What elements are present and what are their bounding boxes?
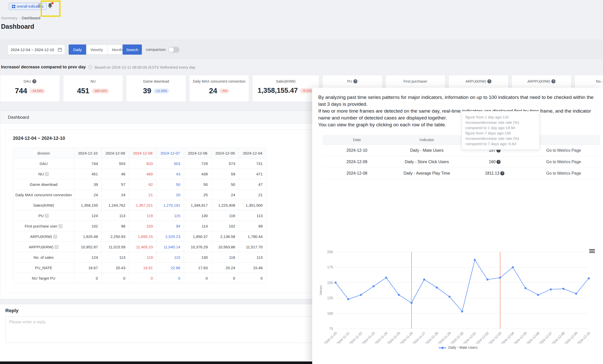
go-to-metrics-link[interactable]: Go to Metrics Page	[546, 171, 581, 175]
table-cell: 1,780.44	[239, 231, 266, 242]
calendar-icon	[58, 48, 62, 52]
table-cell: 43	[157, 169, 184, 179]
table-row: NU Target PU0000000	[13, 273, 266, 283]
topbar: overall indicators ⚙	[0, 0, 603, 13]
legend-label: Daily - Mate Users	[448, 345, 477, 350]
column-header: 2024-12-10	[74, 148, 102, 158]
table-cell: 15.46	[239, 263, 266, 273]
table-cell: 22.86	[157, 263, 184, 273]
chart-menu-icon[interactable]	[589, 248, 595, 254]
description-paragraph: By analyzing past time series patterns f…	[318, 94, 596, 108]
delta-badge: ↑9.11%	[300, 88, 314, 93]
anomaly-row[interactable]: 2024-12-10Daily - Mate Users157?Go to Me…	[322, 145, 600, 156]
search-button[interactable]: Search	[123, 44, 142, 55]
anomaly-row[interactable]: 2024-12-08Daily - Average Play Time1811.…	[322, 168, 600, 179]
help-icon[interactable]: ?	[353, 79, 357, 83]
table-cell: 2,525.23	[157, 231, 184, 242]
period-button-weekly[interactable]: Weekly	[86, 44, 108, 55]
kpi-title-text: PU	[347, 79, 352, 83]
help-icon[interactable]: ?	[500, 171, 504, 175]
help-icon[interactable]: ?	[53, 235, 57, 239]
table-cell: 2,138.58	[212, 231, 239, 242]
table-cell: 0	[102, 273, 129, 283]
kpi-title: ARPU(KRW)?	[465, 79, 491, 83]
help-icon[interactable]: ?	[45, 172, 49, 176]
kpi-title: PU?	[347, 79, 357, 83]
anomaly-row[interactable]: 2024-12-09Daily - Store Click Users160?G…	[322, 156, 600, 168]
go-to-metrics-link[interactable]: Go to Metrics Page	[546, 160, 581, 164]
help-icon[interactable]: ?	[54, 245, 58, 249]
table-cell: 116	[212, 252, 239, 263]
svg-text:2024-11-28: 2024-11-28	[425, 331, 439, 343]
chart-area: 75100125150175200Values2024-11-202024-11…	[318, 247, 598, 359]
table-cell: 10,952.87	[74, 242, 102, 252]
period-button-daily[interactable]: Daily	[69, 44, 86, 55]
toggle-knob	[169, 47, 174, 52]
kpi-card: NU451↑880.43%	[63, 75, 123, 102]
row-label-text: ARPPU(KRW)	[29, 245, 53, 249]
breadcrumb-item[interactable]: Summary	[1, 16, 17, 20]
table-cell: 573	[212, 158, 239, 169]
table-cell: 1,244,762	[102, 200, 129, 210]
tooltip-line: figure from 1 day ago:132	[465, 114, 536, 120]
filter-bar: 2024-12-04 ~ 2024-12-10 DailyWeeklyMonth…	[0, 40, 603, 59]
kpi-title: First purchaser	[403, 79, 427, 83]
grid-icon	[12, 5, 15, 8]
kpi-title-text: Daily MAX concurrent connection	[193, 79, 246, 83]
info-icon[interactable]: i	[88, 65, 93, 69]
table-cell: 1,270,191	[157, 200, 184, 210]
anomaly-indicator: Daily - Average Play Time	[391, 168, 462, 179]
svg-text:2024-12-01: 2024-12-01	[462, 331, 477, 343]
breadcrumb: Summary›Dashboard	[1, 16, 40, 20]
svg-text:125: 125	[327, 296, 333, 300]
table-cell: 471	[239, 169, 266, 179]
help-icon[interactable]: ?	[487, 79, 491, 83]
table-cell: 102	[212, 221, 239, 231]
help-icon[interactable]: ?	[496, 160, 501, 164]
kpi-value: 24	[209, 87, 217, 95]
status-label: Increase/ decrease compared to prev day	[1, 65, 86, 70]
table-cell: 114	[184, 221, 212, 231]
row-label: ARPU(KRW)?	[13, 231, 74, 242]
anomaly-date: 2024-12-08	[322, 168, 391, 179]
row-label: No. of sales	[13, 252, 74, 263]
help-icon[interactable]: ?	[45, 214, 49, 218]
kpi-value: 451	[77, 87, 89, 95]
table-cell: 11,015.59	[102, 242, 129, 252]
table-cell: 1,850.37	[184, 231, 212, 242]
comparison-toggle[interactable]	[168, 47, 179, 53]
table-row: NU?451464694343959471	[13, 169, 266, 179]
table-cell: 62	[129, 179, 157, 190]
anomaly-indicator: Daily - Store Click Users	[391, 156, 462, 168]
table-cell: 99	[239, 221, 266, 231]
table-row: Game download39576250505047	[13, 179, 266, 190]
tooltip-line: figure from 7 days ago:158	[465, 130, 536, 136]
highlight-box	[41, 1, 61, 17]
table-cell: 1,225,408	[212, 200, 239, 210]
svg-text:2024-12-06: 2024-12-06	[525, 331, 540, 343]
table-cell: 439	[184, 169, 212, 179]
kpi-card: DAU?744↑34.54%	[0, 75, 60, 102]
svg-text:75: 75	[329, 327, 333, 331]
table-row: DAU744553820503729573731	[13, 158, 266, 169]
table-cell: 729	[184, 158, 212, 169]
breadcrumb-item[interactable]: Dashboard	[22, 16, 40, 20]
go-to-metrics-link[interactable]: Go to Metrics Page	[546, 148, 581, 153]
help-icon[interactable]: ?	[551, 79, 555, 83]
svg-text:2024-11-26: 2024-11-26	[399, 331, 414, 343]
anomaly-panel: By analyzing past time series patterns f…	[312, 88, 603, 364]
anomaly-count: 1811.13	[485, 171, 500, 175]
svg-text:2024-12-04: 2024-12-04	[500, 331, 515, 343]
row-label-text: ARPU(KRW)	[30, 234, 52, 239]
table-cell: 1,301,500	[239, 200, 266, 210]
taskbar-edge	[0, 361, 312, 364]
table-cell: 39	[74, 179, 102, 190]
help-icon[interactable]: ?	[58, 224, 63, 228]
help-icon[interactable]: ?	[32, 79, 36, 83]
table-cell: 50	[157, 179, 184, 190]
date-range-input[interactable]: 2024-12-04 ~ 2024-12-10	[8, 44, 65, 55]
table-cell: 50	[184, 179, 212, 190]
svg-text:Values: Values	[319, 285, 323, 295]
svg-text:2024-12-10: 2024-12-10	[576, 331, 591, 343]
table-row: PU?124113119115130116113	[13, 210, 266, 221]
